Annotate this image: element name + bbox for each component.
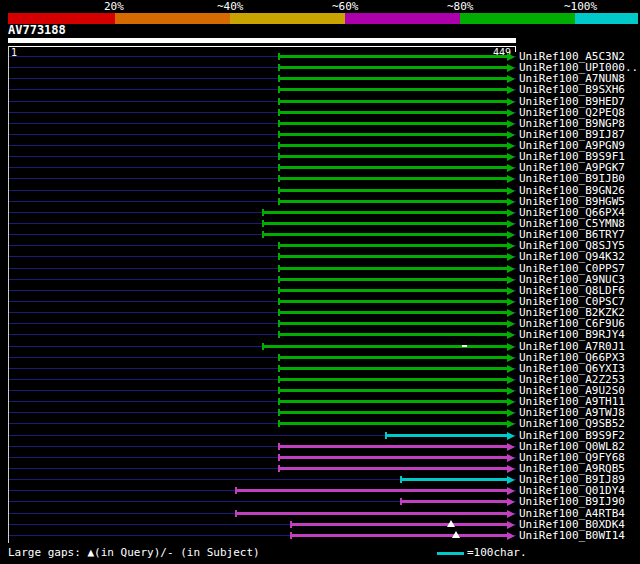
gap-in-query-icon [447,520,455,527]
hit-arrow-icon [507,131,515,139]
hit-arrow-icon [507,420,515,428]
hit-alignment-bar[interactable] [278,122,507,125]
hit-alignment-bar[interactable] [278,456,507,459]
hit-alignment-bar[interactable] [278,189,507,192]
hit-start-tick [278,253,280,260]
hit-start-tick [278,287,280,294]
hit-alignment-bar[interactable] [262,345,507,348]
hit-arrow-icon [507,198,515,206]
legend-scale-line-icon [437,552,464,555]
hit-start-tick [278,398,280,405]
hit-arrow-icon [507,510,515,518]
hit-start-tick [278,86,280,93]
hit-alignment-bar[interactable] [278,378,507,381]
hit-alignment-bar[interactable] [278,422,507,425]
hit-arrow-icon [507,432,515,440]
hit-start-tick [278,331,280,338]
hit-alignment-bar[interactable] [278,356,507,359]
hit-alignment-bar[interactable] [262,211,507,214]
hit-start-tick [235,510,237,517]
hit-alignment-bar[interactable] [278,367,507,370]
hit-arrow-icon [507,398,515,406]
hit-alignment-bar[interactable] [290,523,507,526]
hit-alignment-bar[interactable] [278,322,507,325]
hit-alignment-bar[interactable] [278,66,507,69]
hit-alignment-bar[interactable] [290,534,507,537]
hit-alignment-bar[interactable] [278,400,507,403]
hit-alignment-bar[interactable] [278,111,507,114]
hit-alignment-bar[interactable] [278,100,507,103]
hit-alignment-bar[interactable] [278,55,507,58]
hit-start-tick [278,298,280,305]
hit-start-tick [290,521,292,528]
hit-start-tick [278,309,280,316]
hit-label[interactable]: UniRef100_Q9SB52 [519,418,625,429]
hit-alignment-bar[interactable] [278,255,507,258]
hit-alignment-bar[interactable] [278,200,507,203]
hit-label[interactable]: UniRef100_B9SXH6 [519,84,625,95]
hit-arrow-icon [507,521,515,529]
hit-alignment-bar[interactable] [278,177,507,180]
hit-start-tick [278,365,280,372]
hit-arrow-icon [507,354,515,362]
hit-start-tick [262,343,264,350]
hit-arrow-icon [507,175,515,183]
hit-alignment-bar[interactable] [400,500,507,503]
hit-alignment-bar[interactable] [278,267,507,270]
hit-start-tick [278,242,280,249]
hit-alignment-bar[interactable] [400,478,507,481]
hit-arrow-icon [507,242,515,250]
hit-start-tick [278,454,280,461]
hit-arrow-icon [507,75,515,83]
hit-label[interactable]: UniRef100_B0WI14 [519,530,625,541]
hit-label[interactable]: UniRef100_B9IJB0 [519,173,625,184]
hit-start-tick [278,409,280,416]
legend-gaps-text: Large gaps: ▲(in Query)/- (in Subject) [8,547,260,558]
hit-arrow-icon [507,465,515,473]
hit-alignment-bar[interactable] [278,389,507,392]
hit-arrow-icon [507,443,515,451]
hit-start-tick [278,376,280,383]
hit-arrow-icon [507,53,515,61]
hit-label[interactable]: UniRef100_B9IJ90 [519,496,625,507]
hit-arrow-icon [507,209,515,217]
hit-label[interactable]: UniRef100_Q94K32 [519,251,625,262]
hit-start-tick [278,354,280,361]
hit-alignment-bar[interactable] [278,144,507,147]
hit-alignment-bar[interactable] [278,88,507,91]
hit-start-tick [278,98,280,105]
hit-start-tick [278,387,280,394]
hit-alignment-bar[interactable] [278,445,507,448]
hit-start-tick [262,231,264,238]
hit-start-tick [278,198,280,205]
hit-label[interactable]: UniRef100_B9RJY4 [519,329,625,340]
hit-alignment-bar[interactable] [278,311,507,314]
hit-alignment-bar[interactable] [278,289,507,292]
hit-start-tick [290,532,292,539]
hit-alignment-bar[interactable] [262,233,507,236]
hit-start-tick [278,175,280,182]
hit-alignment-bar[interactable] [278,300,507,303]
hit-alignment-bar[interactable] [235,512,507,515]
hit-arrow-icon [507,343,515,351]
hit-arrow-icon [507,309,515,317]
hit-alignment-bar[interactable] [278,166,507,169]
hit-start-tick [278,276,280,283]
hit-alignment-bar[interactable] [278,244,507,247]
hit-alignment-bar[interactable] [262,222,507,225]
hit-arrow-icon [507,476,515,484]
hit-alignment-bar[interactable] [278,133,507,136]
hit-alignment-bar[interactable] [278,278,507,281]
hit-alignment-bar[interactable] [278,155,507,158]
hit-start-tick [278,164,280,171]
hit-alignment-bar[interactable] [278,467,507,470]
hit-start-tick [278,153,280,160]
hit-arrow-icon [507,387,515,395]
hit-alignment-bar[interactable] [235,489,507,492]
hit-alignment-bar[interactable] [278,333,507,336]
hit-arrow-icon [507,409,515,417]
hit-arrow-icon [507,298,515,306]
hit-alignment-bar[interactable] [278,411,507,414]
hit-alignment-bar[interactable] [278,77,507,80]
hit-alignment-bar[interactable] [385,434,507,437]
